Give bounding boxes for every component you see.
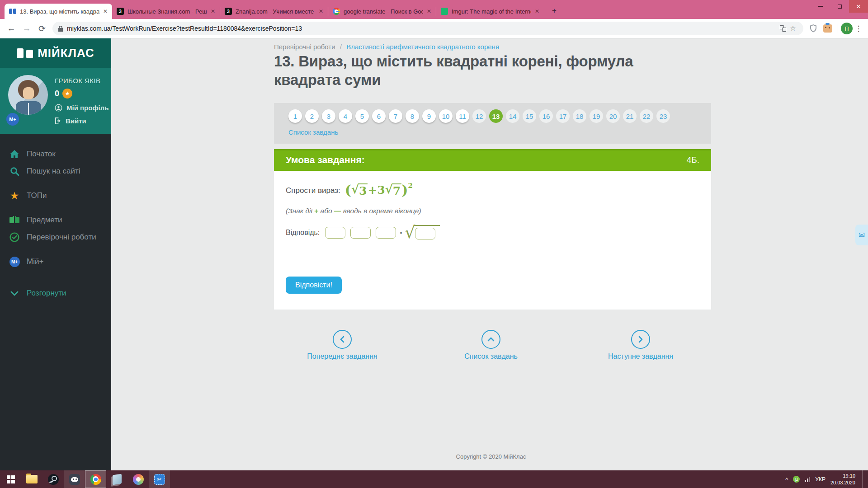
tab-close-icon[interactable]: ✕ — [103, 8, 108, 14]
address-bar[interactable]: miyklas.com.ua/TestWorkRun/Exercise?test… — [52, 22, 803, 35]
answer-input-sign[interactable] — [325, 227, 345, 239]
taskbar-clock[interactable]: 19:10 20.03.2020 — [830, 473, 855, 486]
tab-close-icon[interactable]: ✕ — [211, 8, 215, 14]
main-content: Перевірочні роботи / Властивості арифмет… — [111, 38, 868, 470]
question-number-3[interactable]: 3 — [322, 109, 335, 123]
previous-task-link[interactable]: Попереднє завдання — [283, 352, 401, 361]
question-number-17[interactable]: 17 — [556, 109, 570, 123]
taskbar-viewer[interactable] — [106, 470, 127, 488]
back-button[interactable]: ← — [4, 21, 19, 36]
question-number-22[interactable]: 22 — [640, 109, 653, 123]
tray-expand-icon[interactable]: ^ — [785, 476, 788, 483]
next-task-nav[interactable]: Наступне завдання — [582, 330, 699, 361]
screen: 13. Вираз, що містить квадратні ✕ З Школ… — [0, 0, 868, 488]
show-desktop-strip[interactable] — [862, 470, 864, 488]
user-avatar[interactable] — [8, 75, 48, 115]
question-number-11[interactable]: 11 — [456, 109, 469, 123]
sidebar-item-expand[interactable]: Розгорнути — [9, 285, 111, 302]
restore-button[interactable] — [830, 0, 849, 13]
site-logo[interactable]: МІЙКЛАС — [0, 38, 111, 68]
next-task-link[interactable]: Наступне завдання — [582, 352, 699, 361]
question-number-10[interactable]: 10 — [439, 109, 453, 123]
sidebar-item-tops[interactable]: ★ ТОПи — [9, 187, 111, 204]
sidebar-item-search[interactable]: Пошук на сайті — [9, 163, 111, 180]
question-number-12[interactable]: 12 — [472, 109, 486, 123]
question-number-23[interactable]: 23 — [656, 109, 670, 123]
chevron-left-circle-icon[interactable] — [333, 330, 352, 349]
tab-znania[interactable]: З Школьные Знания.com - Решае ✕ — [112, 4, 220, 19]
feedback-mail-tab[interactable]: ✉ — [855, 225, 868, 245]
tab-znanija[interactable]: З Znanija.com - Учимся вместе ✕ — [220, 4, 328, 19]
answer-input-2[interactable] — [376, 227, 396, 239]
window-controls: ✕ — [811, 0, 868, 13]
tab-close-icon[interactable]: ✕ — [319, 8, 323, 14]
submit-answer-button[interactable]: Відповісти! — [286, 277, 342, 294]
taskbar-paint[interactable] — [127, 470, 149, 488]
reload-button[interactable]: ⟳ — [34, 21, 50, 36]
taskbar-file-explorer[interactable] — [21, 470, 42, 488]
question-number-18[interactable]: 18 — [573, 109, 586, 123]
taskbar-steam[interactable] — [42, 470, 64, 488]
question-number-8[interactable]: 8 — [406, 109, 419, 123]
sidebar-item-subjects[interactable]: Предмети — [9, 211, 111, 229]
question-list-link[interactable]: Список завдань — [288, 128, 338, 136]
new-tab-button[interactable]: + — [548, 5, 560, 17]
breadcrumb-parent[interactable]: Перевірочні роботи — [274, 43, 335, 51]
taskbar-snipping-tool[interactable]: ✂ — [149, 470, 170, 488]
previous-task-nav[interactable]: Попереднє завдання — [283, 330, 401, 361]
question-number-2[interactable]: 2 — [305, 109, 319, 123]
question-number-13[interactable]: 13 — [489, 109, 503, 123]
question-number-20[interactable]: 20 — [606, 109, 620, 123]
breadcrumb-current-link[interactable]: Властивості арифметичного квадратного ко… — [346, 43, 499, 51]
question-number-15[interactable]: 15 — [523, 109, 536, 123]
shield-extension-icon[interactable] — [807, 23, 819, 34]
chevron-up-circle-icon[interactable] — [481, 330, 500, 349]
question-number-14[interactable]: 14 — [506, 109, 519, 123]
question-number-4[interactable]: 4 — [339, 109, 352, 123]
tab-close-icon[interactable]: ✕ — [535, 8, 539, 14]
translate-icon[interactable] — [778, 23, 788, 33]
sidebar-item-tests[interactable]: Перевірочні роботи — [9, 229, 111, 246]
close-window-button[interactable]: ✕ — [849, 0, 868, 13]
tab-google-translate[interactable]: google translate - Поиск в Goog ✕ — [328, 4, 436, 19]
sidebar-item-miy-plus[interactable]: М+ Мій+ — [9, 253, 111, 270]
tab-close-icon[interactable]: ✕ — [427, 8, 431, 14]
answer-input-1[interactable] — [350, 227, 371, 239]
network-signal-icon[interactable] — [805, 477, 810, 482]
task-list-link[interactable]: Список завдань — [432, 352, 550, 361]
question-number-6[interactable]: 6 — [372, 109, 386, 123]
sidebar-item-home[interactable]: Початок — [9, 145, 111, 163]
chevron-right-circle-icon[interactable] — [631, 330, 650, 349]
math-close-paren: ) — [401, 183, 408, 197]
task-list-nav[interactable]: Список завдань — [432, 330, 550, 361]
question-number-1[interactable]: 1 — [288, 109, 302, 123]
taskbar-chrome[interactable] — [85, 470, 106, 488]
logout-link[interactable]: Вийти — [55, 117, 108, 125]
tab-imgur[interactable]: Imgur: The magic of the Internet ✕ — [436, 4, 544, 19]
question-number-9[interactable]: 9 — [422, 109, 436, 123]
language-indicator[interactable]: УКР — [815, 476, 826, 483]
clock-date: 20.03.2020 — [830, 479, 855, 486]
google-favicon — [333, 8, 340, 15]
fox-extension-icon[interactable] — [822, 23, 834, 34]
question-number-5[interactable]: 5 — [355, 109, 369, 123]
profile-avatar[interactable]: П — [841, 23, 853, 34]
question-number-7[interactable]: 7 — [389, 109, 402, 123]
tab-miyklas[interactable]: 13. Вираз, що містить квадратні ✕ — [5, 4, 112, 19]
question-number-19[interactable]: 19 — [590, 109, 603, 123]
taskbar-discord[interactable] — [64, 470, 85, 488]
question-number-16[interactable]: 16 — [539, 109, 553, 123]
browser-menu-icon[interactable]: ⋮ — [853, 24, 864, 33]
bookmark-star-icon[interactable]: ☆ — [788, 23, 798, 33]
znanija-favicon: З — [225, 8, 232, 15]
start-button[interactable] — [0, 470, 21, 488]
url-text[interactable]: miyklas.com.ua/TestWorkRun/Exercise?test… — [67, 25, 778, 32]
task-points-badge: 4Б. — [687, 155, 699, 165]
answer-input-radicand[interactable] — [415, 228, 435, 239]
forward-button[interactable]: → — [19, 21, 34, 36]
books-icon — [9, 216, 20, 225]
question-number-21[interactable]: 21 — [623, 109, 637, 123]
minimize-button[interactable] — [811, 0, 830, 13]
utorrent-tray-icon[interactable]: µ — [793, 476, 800, 483]
my-profile-link[interactable]: Мій профіль — [55, 104, 108, 112]
